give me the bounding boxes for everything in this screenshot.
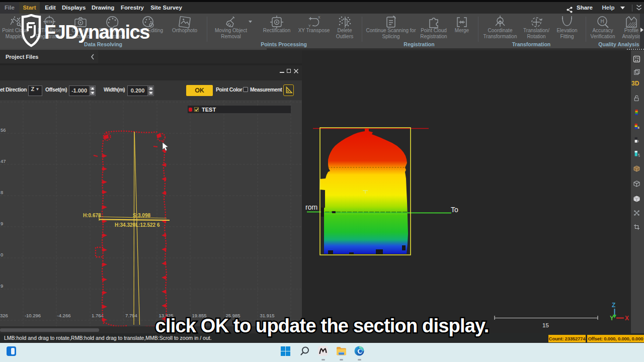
- svg-text:9: 9: [1, 221, 3, 226]
- svg-text:Y: Y: [308, 24, 311, 28]
- svg-text:S:3.098: S:3.098: [133, 213, 150, 218]
- svg-text:To: To: [451, 206, 458, 214]
- svg-text:56: 56: [1, 127, 6, 133]
- svg-text:H:34.320L:12.522 6: H:34.320L:12.522 6: [115, 222, 160, 228]
- svg-text:H: H: [600, 19, 604, 24]
- svg-text:H:0.678: H:0.678: [83, 213, 101, 218]
- svg-text:0: 0: [1, 252, 3, 257]
- svg-text:B: B: [638, 126, 640, 129]
- svg-text:X: X: [318, 16, 320, 19]
- svg-text:47: 47: [1, 158, 6, 164]
- svg-text:8: 8: [1, 190, 3, 195]
- svg-text:rom: rom: [305, 203, 317, 211]
- svg-text:Z: Z: [612, 302, 615, 309]
- svg-text:9: 9: [1, 283, 3, 289]
- svg-text:I: I: [638, 140, 638, 143]
- svg-text:FJDynamics: FJDynamics: [44, 22, 149, 43]
